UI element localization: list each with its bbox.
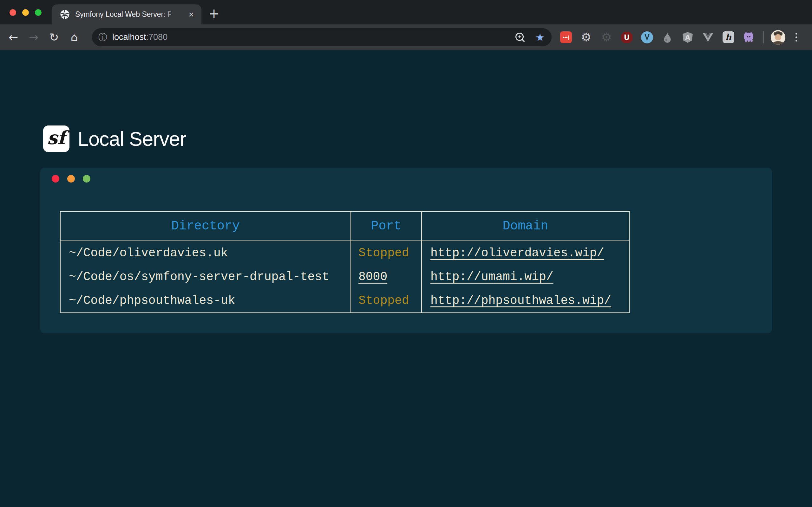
new-tab-button[interactable]: +: [208, 7, 219, 20]
symfony-logo: sf: [43, 125, 69, 152]
password-manager-extension-icon[interactable]: •••|: [560, 31, 572, 44]
octopus-extension-icon[interactable]: [742, 31, 755, 44]
page-title: Local Server: [78, 127, 186, 150]
window-close-button[interactable]: [9, 9, 16, 16]
gear-extension-icon[interactable]: ⚙: [580, 31, 593, 44]
port-status: Stopped: [358, 246, 409, 260]
svg-text:A: A: [685, 34, 691, 42]
card-dot-red: [52, 175, 59, 182]
card-traffic-dots: [52, 175, 90, 182]
site-info-icon[interactable]: ⓘ: [98, 33, 107, 42]
tab-close-icon[interactable]: ×: [189, 10, 194, 19]
server-card: Directory Port Domain ~/Code/oliverdavie…: [40, 168, 772, 333]
browser-toolbar: ← → ↻ ⌂ ⓘ localhost:7080 + ★ •••| ⚙ ⚙ U …: [0, 24, 812, 50]
url-text[interactable]: localhost:7080: [112, 32, 167, 42]
url-host: localhost: [112, 32, 146, 42]
forward-button[interactable]: →: [25, 24, 43, 50]
window-minimize-button[interactable]: [22, 9, 29, 16]
domain-link[interactable]: http://phpsouthwales.wip/: [430, 294, 611, 307]
card-dot-green: [83, 175, 90, 182]
port-link[interactable]: 8000: [358, 270, 387, 284]
column-header-domain: Domain: [421, 211, 629, 241]
port-status: Stopped: [358, 294, 409, 307]
window-controls: [9, 9, 42, 16]
home-button[interactable]: ⌂: [65, 24, 83, 50]
angular-extension-icon[interactable]: A: [681, 31, 694, 44]
h-extension-icon[interactable]: h: [722, 31, 734, 44]
toolbar-separator: [763, 31, 764, 43]
directory-cell: ~/Code/os/symfony-server-drupal-test: [60, 265, 351, 289]
table-row: ~/Code/os/symfony-server-drupal-test 800…: [60, 265, 629, 289]
browser-tab[interactable]: Symfony Local Web Server: Prox ×: [52, 4, 201, 24]
page-content: sf Local Server Directory Port Domain ~/…: [0, 50, 812, 507]
ublock-extension-icon[interactable]: U: [620, 31, 633, 44]
url-port: :7080: [146, 32, 168, 42]
reload-button[interactable]: ↻: [45, 24, 63, 50]
column-header-directory: Directory: [60, 211, 351, 241]
svg-text:U: U: [624, 33, 630, 42]
vimium-extension-icon[interactable]: V: [641, 31, 653, 44]
server-table: Directory Port Domain ~/Code/oliverdavie…: [60, 211, 629, 313]
bookmark-star-icon[interactable]: ★: [536, 32, 545, 43]
brand-header: sf Local Server: [43, 125, 186, 152]
directory-cell: ~/Code/phpsouthwales-uk: [60, 289, 351, 313]
page-zoom-icon[interactable]: +: [515, 33, 525, 42]
address-bar[interactable]: ⓘ localhost:7080 + ★: [92, 28, 552, 46]
browser-menu-button[interactable]: [796, 24, 797, 50]
tab-strip: Symfony Local Web Server: Prox × +: [0, 0, 812, 24]
domain-link[interactable]: http://umami.wip/: [430, 270, 554, 284]
card-dot-orange: [67, 175, 75, 182]
directory-cell: ~/Code/oliverdavies.uk: [60, 241, 351, 265]
profile-avatar[interactable]: [771, 30, 785, 45]
column-header-port: Port: [351, 211, 421, 241]
table-header-row: Directory Port Domain: [60, 211, 629, 241]
back-button[interactable]: ←: [4, 24, 22, 50]
table-row: ~/Code/phpsouthwales-uk Stopped http://p…: [60, 289, 629, 313]
window-zoom-button[interactable]: [35, 9, 42, 16]
domain-link[interactable]: http://oliverdavies.wip/: [430, 246, 604, 260]
drupal-extension-icon[interactable]: [661, 31, 674, 44]
table-row: ~/Code/oliverdavies.uk Stopped http://ol…: [60, 241, 629, 265]
tab-title: Symfony Local Web Server: Prox: [75, 10, 171, 19]
vue-extension-icon[interactable]: [702, 31, 714, 44]
gear-dim-extension-icon[interactable]: ⚙: [600, 31, 613, 44]
extensions-row: •••| ⚙ ⚙ U V A: [560, 24, 755, 50]
globe-favicon-icon: [60, 9, 70, 19]
tab-title-fade: [159, 4, 181, 24]
